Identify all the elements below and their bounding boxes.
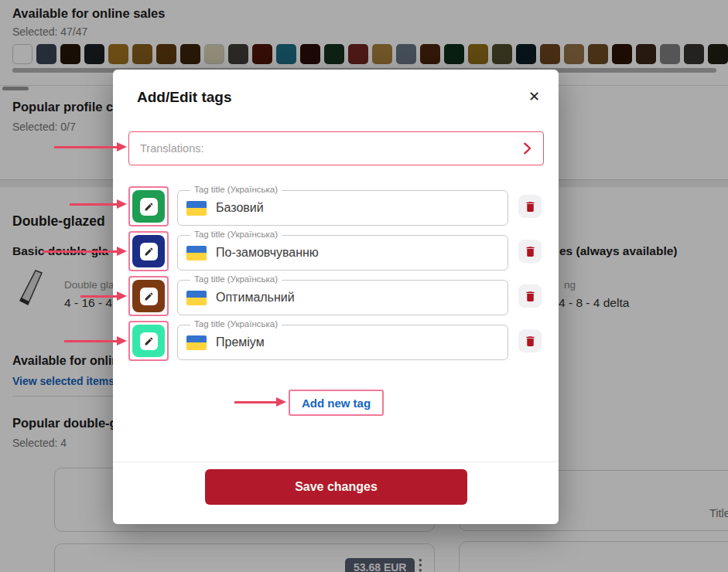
delete-tag-icon-button[interactable]: [518, 284, 542, 308]
footer-divider: [113, 461, 559, 462]
annotation-arrow-translations: [54, 146, 117, 148]
tag-title-input[interactable]: [214, 290, 500, 305]
save-changes-button[interactable]: Save changes: [205, 469, 467, 505]
add-new-tag-button[interactable]: Add new tag: [297, 396, 375, 410]
tag-edit-icon-button[interactable]: [132, 325, 165, 357]
ukraine-flag-icon: [186, 291, 207, 305]
tag-edit-icon-button[interactable]: [132, 280, 165, 312]
tag-row: Tag title (Українська): [113, 276, 559, 316]
tag-title-input[interactable]: [214, 335, 500, 350]
pencil-icon: [140, 198, 158, 216]
screen: Available for online sales Selected: 47/…: [0, 0, 728, 572]
add-edit-tags-modal: Add/Edit tags ✕ Tag title (Українська)Ta…: [113, 70, 559, 524]
tag-icon-highlight: [128, 321, 169, 361]
annotation-arrow-tag-4: [64, 340, 117, 342]
tag-title-field: Tag title (Українська): [177, 190, 508, 226]
translations-input[interactable]: [138, 141, 518, 155]
tag-icon-highlight: [128, 276, 169, 316]
delete-tag-icon-button[interactable]: [518, 240, 542, 263]
annotation-arrow-tag-3: [80, 295, 117, 298]
add-tag-highlight: Add new tag: [289, 390, 384, 416]
tag-title-label: Tag title (Українська): [190, 274, 282, 284]
pencil-icon: [140, 332, 158, 350]
tag-title-input[interactable]: [214, 200, 500, 216]
tag-title-label: Tag title (Українська): [190, 319, 282, 329]
tag-title-field: Tag title (Українська): [177, 325, 508, 360]
modal-title: Add/Edit tags: [137, 89, 231, 106]
tag-row: Tag title (Українська): [113, 321, 559, 361]
pencil-icon: [140, 243, 158, 260]
tag-title-label: Tag title (Українська): [190, 230, 282, 239]
ukraine-flag-icon: [186, 335, 207, 350]
ukraine-flag-icon: [186, 201, 207, 216]
close-icon[interactable]: ✕: [525, 87, 543, 107]
ukraine-flag-icon: [186, 246, 207, 260]
tag-row: Tag title (Українська): [113, 186, 559, 226]
delete-tag-icon-button[interactable]: [518, 329, 542, 352]
tag-edit-icon-button[interactable]: [132, 190, 165, 223]
delete-tag-icon-button[interactable]: [518, 195, 542, 218]
tag-icon-highlight: [128, 186, 169, 226]
annotation-arrow-tag-2: [43, 250, 117, 253]
pencil-icon: [140, 288, 158, 305]
tag-title-input[interactable]: [214, 245, 500, 260]
annotation-arrow-tag-1: [70, 203, 117, 206]
tag-row: Tag title (Українська): [113, 231, 559, 271]
annotation-arrow-add-tag: [234, 401, 276, 403]
translations-field[interactable]: [128, 131, 544, 165]
tag-edit-icon-button[interactable]: [132, 235, 165, 267]
tag-title-field: Tag title (Українська): [177, 235, 508, 271]
chevron-right-icon[interactable]: [518, 140, 535, 157]
tag-title-label: Tag title (Українська): [190, 185, 282, 194]
tag-icon-highlight: [128, 231, 169, 271]
tag-title-field: Tag title (Українська): [177, 280, 508, 315]
